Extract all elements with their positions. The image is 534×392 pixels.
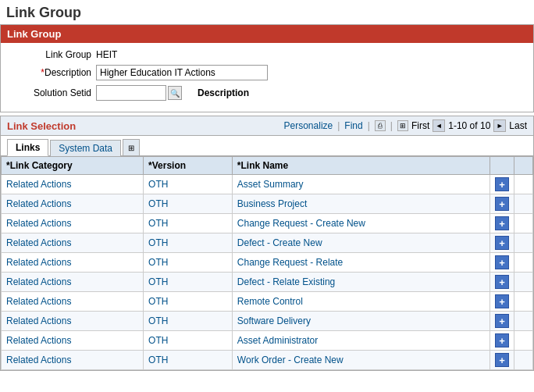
col-header-delete bbox=[514, 157, 533, 175]
table-row: Related ActionsOTHDefect - Relate Existi… bbox=[2, 273, 533, 292]
cell-link-category[interactable]: Related Actions bbox=[2, 214, 144, 233]
cell-version[interactable]: OTH bbox=[144, 175, 233, 194]
cell-link-category[interactable]: Related Actions bbox=[2, 233, 144, 253]
cell-add: + bbox=[490, 273, 514, 292]
tab-system-data[interactable]: System Data bbox=[50, 140, 121, 156]
cell-link-category[interactable]: Related Actions bbox=[2, 175, 144, 194]
description-input[interactable] bbox=[96, 65, 268, 80]
cell-add: + bbox=[490, 331, 514, 351]
link-selection-title: Link Selection bbox=[7, 120, 76, 132]
cell-delete bbox=[514, 233, 533, 253]
col-header-link-name: *Link Name bbox=[232, 157, 490, 175]
cell-add: + bbox=[490, 292, 514, 312]
cell-version[interactable]: OTH bbox=[144, 312, 233, 331]
tabs-row: Links System Data ⊞ bbox=[1, 136, 533, 156]
link-group-row: Link Group HEIT bbox=[10, 49, 524, 60]
add-row-button[interactable]: + bbox=[495, 333, 509, 347]
link-selection-header: Link Selection Personalize | Find | ⎙ | … bbox=[1, 116, 533, 136]
add-row-button[interactable]: + bbox=[495, 275, 509, 289]
cell-link-name[interactable]: Defect - Relate Existing bbox=[232, 273, 490, 292]
cell-link-name[interactable]: Change Request - Create New bbox=[232, 214, 490, 233]
table-row: Related ActionsOTHWork Order - Create Ne… bbox=[2, 351, 533, 370]
cell-link-name[interactable]: Asset Administrator bbox=[232, 331, 490, 351]
cell-version[interactable]: OTH bbox=[144, 351, 233, 370]
cell-link-category[interactable]: Related Actions bbox=[2, 351, 144, 370]
cell-link-category[interactable]: Related Actions bbox=[2, 194, 144, 214]
table-row: Related ActionsOTHRemote Control+ bbox=[2, 292, 533, 312]
cell-delete bbox=[514, 214, 533, 233]
cell-link-name[interactable]: Defect - Create New bbox=[232, 233, 490, 253]
link-group-label: Link Group bbox=[10, 49, 96, 60]
personalize-link[interactable]: Personalize bbox=[284, 120, 333, 131]
add-row-button[interactable]: + bbox=[495, 353, 509, 367]
cell-version[interactable]: OTH bbox=[144, 292, 233, 312]
next-page-button[interactable]: ► bbox=[493, 119, 506, 132]
link-data-table: *Link Category *Version *Link Name Relat… bbox=[1, 156, 533, 370]
cell-link-category[interactable]: Related Actions bbox=[2, 292, 144, 312]
cell-add: + bbox=[490, 233, 514, 253]
find-link[interactable]: Find bbox=[344, 120, 362, 131]
cell-link-name[interactable]: Work Order - Create New bbox=[232, 351, 490, 370]
cell-link-name[interactable]: Asset Summary bbox=[232, 175, 490, 194]
cell-link-category[interactable]: Related Actions bbox=[2, 253, 144, 273]
add-row-button[interactable]: + bbox=[495, 294, 509, 308]
grid-icon-button[interactable]: ⊞ bbox=[397, 120, 408, 131]
link-selection-controls: Personalize | Find | ⎙ | ⊞ First ◄ 1-10 … bbox=[284, 119, 527, 132]
cell-version[interactable]: OTH bbox=[144, 194, 233, 214]
add-row-button[interactable]: + bbox=[495, 314, 509, 328]
add-row-button[interactable]: + bbox=[495, 197, 509, 211]
cell-delete bbox=[514, 351, 533, 370]
solution-setid-search-button[interactable]: 🔍 bbox=[168, 86, 182, 100]
add-row-button[interactable]: + bbox=[495, 255, 509, 269]
table-row: Related ActionsOTHSoftware Delivery+ bbox=[2, 312, 533, 331]
cell-add: + bbox=[490, 214, 514, 233]
cell-link-name[interactable]: Software Delivery bbox=[232, 312, 490, 331]
cell-delete bbox=[514, 194, 533, 214]
prev-page-button[interactable]: ◄ bbox=[433, 119, 445, 132]
tab-options-button[interactable]: ⊞ bbox=[123, 139, 140, 156]
cell-version[interactable]: OTH bbox=[144, 273, 233, 292]
add-row-button[interactable]: + bbox=[495, 236, 509, 250]
table-row: Related ActionsOTHChange Request - Creat… bbox=[2, 214, 533, 233]
cell-version[interactable]: OTH bbox=[144, 253, 233, 273]
cell-link-name[interactable]: Change Request - Relate bbox=[232, 253, 490, 273]
tab-links[interactable]: Links bbox=[7, 139, 48, 156]
cell-add: + bbox=[490, 312, 514, 331]
cell-link-category[interactable]: Related Actions bbox=[2, 273, 144, 292]
description-label: Description bbox=[10, 67, 96, 78]
cell-link-name[interactable]: Remote Control bbox=[232, 292, 490, 312]
cell-delete bbox=[514, 273, 533, 292]
add-row-button[interactable]: + bbox=[495, 177, 509, 191]
cell-version[interactable]: OTH bbox=[144, 214, 233, 233]
cell-delete bbox=[514, 331, 533, 351]
page-title: Link Group bbox=[0, 0, 534, 24]
cell-version[interactable]: OTH bbox=[144, 233, 233, 253]
cell-delete bbox=[514, 253, 533, 273]
table-row: Related ActionsOTHChange Request - Relat… bbox=[2, 253, 533, 273]
link-group-form-section: Link Group Link Group HEIT Description S… bbox=[0, 24, 534, 112]
table-header-row: *Link Category *Version *Link Name bbox=[2, 157, 533, 175]
page-info: 1-10 of 10 bbox=[448, 120, 490, 131]
cell-delete bbox=[514, 292, 533, 312]
solution-setid-label: Solution Setid bbox=[10, 87, 96, 98]
cell-link-category[interactable]: Related Actions bbox=[2, 312, 144, 331]
description-right-label: Description bbox=[198, 87, 249, 98]
cell-add: + bbox=[490, 253, 514, 273]
solution-setid-row: Solution Setid 🔍 Description bbox=[10, 85, 524, 101]
link-selection-section: Link Selection Personalize | Find | ⎙ | … bbox=[0, 116, 534, 371]
cell-link-category[interactable]: Related Actions bbox=[2, 331, 144, 351]
table-row: Related ActionsOTHBusiness Project+ bbox=[2, 194, 533, 214]
export-icon-button[interactable]: ⎙ bbox=[375, 120, 386, 131]
cell-link-name[interactable]: Business Project bbox=[232, 194, 490, 214]
cell-version[interactable]: OTH bbox=[144, 331, 233, 351]
form-body: Link Group HEIT Description Solution Set… bbox=[1, 43, 533, 112]
table-row: Related ActionsOTHAsset Summary+ bbox=[2, 175, 533, 194]
table-row: Related ActionsOTHDefect - Create New+ bbox=[2, 233, 533, 253]
cell-delete bbox=[514, 175, 533, 194]
col-header-link-category: *Link Category bbox=[2, 157, 144, 175]
link-group-value: HEIT bbox=[96, 49, 117, 60]
table-body: Related ActionsOTHAsset Summary+Related … bbox=[2, 175, 533, 370]
add-row-button[interactable]: + bbox=[495, 216, 509, 230]
cell-delete bbox=[514, 312, 533, 331]
solution-setid-input[interactable] bbox=[96, 85, 166, 101]
